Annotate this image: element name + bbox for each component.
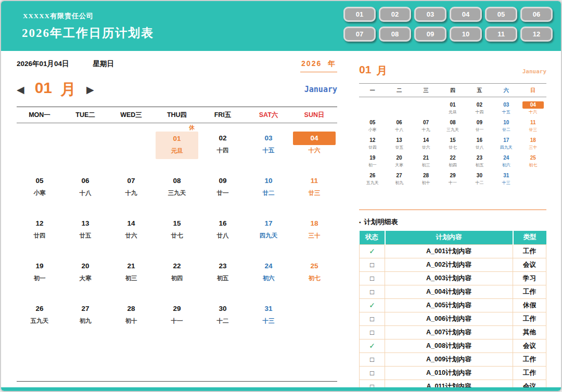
calendar-day-15[interactable]: 15廿七 [154, 211, 200, 253]
calendar-day-01[interactable]: 休01元旦 [154, 125, 200, 168]
status-check-icon[interactable]: ✓ [369, 301, 375, 309]
calendar-day-19[interactable]: 19初一 [17, 253, 62, 296]
plan-content-cell[interactable]: A_007计划内容 [385, 325, 513, 339]
mini-day-09[interactable]: 09廿一 [466, 118, 493, 136]
month-button-07[interactable]: 07 [343, 27, 376, 42]
mini-day-02[interactable]: 02十四 [466, 100, 493, 118]
mini-day-24[interactable]: 24初六 [493, 153, 519, 171]
mini-day-01[interactable]: 01元旦 [439, 100, 466, 118]
plan-content-cell[interactable]: A_010计划内容 [385, 366, 513, 380]
plan-type-cell[interactable]: 会议 [513, 258, 546, 271]
mini-day-13[interactable]: 13廿五 [386, 136, 412, 153]
plan-content-cell[interactable]: A_004计划内容 [385, 285, 513, 298]
plan-content-cell[interactable]: A_008计划内容 [385, 339, 513, 352]
mini-day-17[interactable]: 17四九天 [493, 136, 519, 153]
calendar-day-04[interactable]: 04十六 [291, 125, 337, 168]
calendar-day-09[interactable]: 09廿一 [200, 168, 246, 211]
calendar-day-08[interactable]: 08三九天 [154, 168, 200, 211]
calendar-day-03[interactable]: 03十五 [246, 125, 291, 168]
month-button-04[interactable]: 04 [450, 7, 482, 22]
plan-content-cell[interactable]: A_001计划内容 [385, 244, 513, 258]
mini-day-20[interactable]: 20大寒 [386, 153, 412, 171]
mini-day-31[interactable]: 31十三 [493, 171, 519, 189]
calendar-day-30[interactable]: 30十二 [200, 296, 246, 338]
calendar-day-07[interactable]: 07十九 [108, 168, 154, 211]
plan-type-cell[interactable]: 工作 [513, 366, 546, 380]
mini-day-14[interactable]: 14廿六 [413, 136, 439, 153]
mini-day-12[interactable]: 12廿四 [359, 136, 386, 153]
status-checkbox-icon[interactable]: □ [370, 315, 374, 323]
mini-day-04[interactable]: 04十六 [520, 100, 546, 118]
plan-type-cell[interactable]: 工作 [513, 352, 546, 366]
plan-content-cell[interactable]: A_005计划内容 [385, 298, 513, 312]
mini-day-28[interactable]: 28初十 [413, 171, 439, 189]
mini-day-19[interactable]: 19初一 [359, 153, 386, 171]
plan-type-cell[interactable]: 工作 [513, 285, 546, 298]
month-button-02[interactable]: 02 [379, 7, 411, 22]
calendar-day-28[interactable]: 28初十 [108, 296, 154, 338]
status-check-icon[interactable]: ✓ [369, 247, 375, 255]
mini-day-07[interactable]: 07十九 [413, 118, 439, 136]
calendar-day-14[interactable]: 14廿六 [108, 211, 154, 253]
calendar-day-29[interactable]: 29十一 [154, 296, 200, 338]
calendar-day-18[interactable]: 18三十 [291, 211, 337, 253]
plan-type-cell[interactable]: 其他 [513, 325, 546, 339]
mini-day-03[interactable]: 03十五 [493, 100, 519, 118]
month-button-10[interactable]: 10 [450, 27, 482, 42]
month-button-03[interactable]: 03 [414, 7, 446, 22]
mini-day-26[interactable]: 26五九天 [359, 171, 386, 189]
calendar-day-22[interactable]: 22初四 [154, 253, 200, 296]
month-button-08[interactable]: 08 [379, 27, 411, 42]
mini-day-15[interactable]: 15廿七 [439, 136, 466, 153]
mini-day-16[interactable]: 16廿八 [466, 136, 493, 153]
calendar-day-17[interactable]: 17四九天 [246, 211, 291, 253]
calendar-day-25[interactable]: 25初七 [291, 253, 337, 296]
calendar-day-31[interactable]: 31十三 [246, 296, 291, 338]
status-checkbox-icon[interactable]: □ [370, 356, 374, 363]
calendar-day-23[interactable]: 23初五 [200, 253, 246, 296]
calendar-day-02[interactable]: 02十四 [200, 125, 246, 168]
calendar-day-11[interactable]: 11廿三 [291, 168, 337, 211]
plan-content-cell[interactable]: A_009计划内容 [385, 352, 513, 366]
month-button-01[interactable]: 01 [343, 7, 376, 22]
plan-content-cell[interactable]: A_006计划内容 [385, 312, 513, 325]
plan-type-cell[interactable]: 休假 [513, 298, 546, 312]
month-button-11[interactable]: 11 [485, 27, 517, 42]
mini-day-27[interactable]: 27初九 [386, 171, 412, 189]
status-checkbox-icon[interactable]: □ [370, 261, 374, 269]
mini-day-22[interactable]: 22初四 [439, 153, 466, 171]
mini-day-11[interactable]: 11廿三 [520, 118, 546, 136]
calendar-day-16[interactable]: 16廿八 [200, 211, 246, 253]
calendar-day-10[interactable]: 10廿二 [246, 168, 291, 211]
plan-content-cell[interactable]: A_002计划内容 [385, 258, 513, 271]
status-checkbox-icon[interactable]: □ [370, 369, 374, 377]
mini-day-21[interactable]: 21初三 [413, 153, 439, 171]
calendar-day-26[interactable]: 26五九天 [17, 296, 62, 338]
month-button-12[interactable]: 12 [520, 27, 553, 42]
prev-month-button[interactable]: ◀ [17, 85, 24, 95]
calendar-day-06[interactable]: 06十八 [62, 168, 108, 211]
plan-content-cell[interactable]: A_003计划内容 [385, 271, 513, 285]
month-button-09[interactable]: 09 [414, 27, 446, 42]
calendar-day-27[interactable]: 27初九 [62, 296, 108, 338]
calendar-day-21[interactable]: 21初三 [108, 253, 154, 296]
mini-day-06[interactable]: 06十八 [386, 118, 412, 136]
status-checkbox-icon[interactable]: □ [370, 275, 374, 282]
plan-type-cell[interactable]: 工作 [513, 312, 546, 325]
mini-day-23[interactable]: 23初五 [466, 153, 493, 171]
plan-type-cell[interactable]: 学习 [513, 271, 546, 285]
next-month-button[interactable]: ▶ [86, 85, 94, 95]
status-checkbox-icon[interactable]: □ [370, 288, 374, 296]
mini-day-30[interactable]: 30十二 [466, 171, 493, 189]
mini-day-29[interactable]: 29十一 [439, 171, 466, 189]
mini-day-18[interactable]: 18三十 [520, 136, 546, 153]
mini-day-05[interactable]: 05小寒 [359, 118, 386, 136]
month-button-06[interactable]: 06 [520, 7, 553, 22]
mini-day-25[interactable]: 25初七 [520, 153, 546, 171]
status-checkbox-icon[interactable]: □ [370, 329, 374, 336]
mini-day-10[interactable]: 10廿二 [493, 118, 519, 136]
calendar-day-24[interactable]: 24初六 [246, 253, 291, 296]
calendar-day-20[interactable]: 20大寒 [62, 253, 108, 296]
calendar-day-13[interactable]: 13廿五 [62, 211, 108, 253]
plan-type-cell[interactable]: 工作 [513, 244, 546, 258]
